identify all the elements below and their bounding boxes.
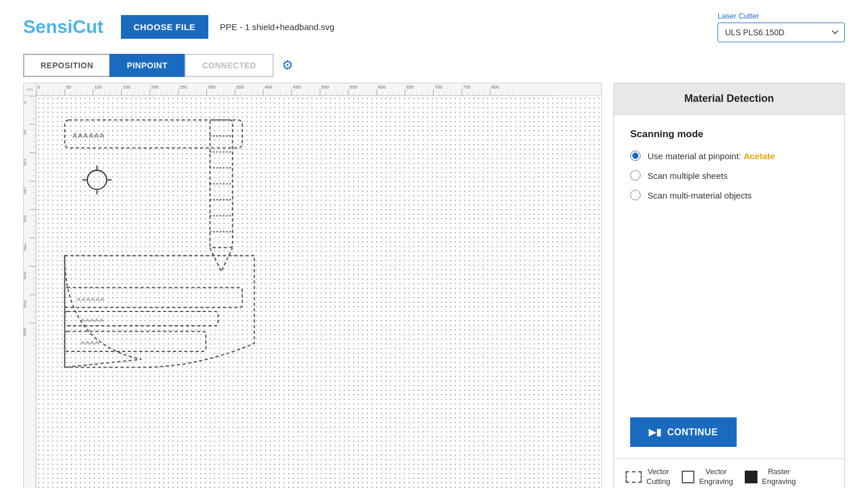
- svg-text:500: 500: [321, 85, 329, 90]
- vector-engraving-label: Vector Engraving: [699, 467, 733, 487]
- svg-text:0: 0: [38, 85, 41, 90]
- right-panel: Material Detection Scanning mode Use mat…: [613, 83, 845, 488]
- play-icon: ▶▮: [649, 427, 661, 438]
- ruler-mm-label: mm: [27, 87, 34, 91]
- main-layout: mm 0501001502002503003504004505005506006…: [0, 83, 868, 488]
- svg-text:600: 600: [378, 85, 386, 90]
- svg-text:300: 300: [208, 85, 216, 90]
- pinpoint-button[interactable]: PINPOINT: [109, 54, 185, 77]
- panel-title: Material Detection: [614, 83, 844, 115]
- svg-text:350: 350: [236, 85, 244, 90]
- svg-text:350: 350: [24, 300, 27, 308]
- radio-multimaterial[interactable]: [630, 190, 641, 200]
- choose-file-button[interactable]: CHOOSE FILE: [121, 15, 208, 39]
- legend-vector-engraving: Vector Engraving: [682, 467, 733, 487]
- laser-cutter-label: Laser Cutter: [718, 12, 845, 20]
- connected-button: CONNECTED: [185, 54, 273, 77]
- svg-text:0: 0: [24, 101, 27, 104]
- svg-text:750: 750: [463, 85, 471, 90]
- svg-text:200: 200: [24, 215, 27, 223]
- header: SensiCut CHOOSE FILE PPE - 1 shield+head…: [0, 0, 868, 54]
- legend-vector-cutting: Vector Cutting: [626, 467, 670, 487]
- canvas-area[interactable]: mm 0501001502002503003504004505005506006…: [23, 83, 602, 488]
- material-highlight: Acetate: [744, 151, 775, 161]
- legend-bar: Vector Cutting Vector Engraving Raster E…: [614, 458, 844, 488]
- panel-footer: ▶▮ CONTINUE: [614, 408, 844, 458]
- laser-cutter-select[interactable]: ULS PLS6.150D ULS PLS6.75D Epilog Fusion: [718, 23, 845, 42]
- crosshair-icon: [82, 166, 111, 195]
- raster-engraving-label: Raster Engraving: [762, 467, 796, 487]
- svg-text:50: 50: [24, 130, 27, 135]
- svg-text:250: 250: [24, 243, 27, 251]
- gear-icon: ⚙: [282, 58, 293, 72]
- ruler-left-svg: 050100150200250300350400: [24, 96, 36, 488]
- svg-text:A   A   A   A   A   A: A A A A A A: [77, 296, 105, 302]
- scanning-mode-title: Scanning mode: [630, 129, 828, 140]
- vector-cutting-icon: [626, 471, 642, 483]
- file-name-label: PPE - 1 shield+headband.svg: [220, 22, 334, 32]
- svg-text:300: 300: [24, 271, 27, 280]
- radio-pinpoint[interactable]: [630, 151, 641, 161]
- svg-text:400: 400: [24, 328, 27, 336]
- raster-engraving-icon: [745, 471, 757, 483]
- radio-label-multiple: Scan multiple sheets: [648, 171, 727, 181]
- design-svg: A A A A A A: [36, 96, 601, 488]
- reposition-button[interactable]: REPOSITION: [23, 54, 109, 77]
- radio-item-multiple[interactable]: Scan multiple sheets: [630, 170, 828, 181]
- canvas-content[interactable]: A A A A A A: [36, 96, 601, 488]
- svg-text:A  A  A  A  A  A: A A A A A A: [73, 132, 105, 139]
- ruler-top-svg: 0501001502002503003504004505005506006507…: [36, 83, 557, 96]
- svg-text:450: 450: [293, 85, 301, 90]
- svg-text:150: 150: [24, 186, 27, 195]
- svg-text:A  A  A  A: A A A A: [81, 339, 99, 346]
- vector-engraving-icon: [682, 471, 694, 483]
- laser-cutter-section: Laser Cutter ULS PLS6.150D ULS PLS6.75D …: [718, 12, 845, 42]
- app-logo: SensiCut: [23, 16, 104, 38]
- ruler-corner: mm: [24, 83, 36, 96]
- svg-text:250: 250: [179, 85, 187, 90]
- panel-body: Scanning mode Use material at pinpoint: …: [614, 115, 844, 408]
- radio-group: Use material at pinpoint: Acetate Scan m…: [630, 151, 828, 200]
- radio-item-pinpoint[interactable]: Use material at pinpoint: Acetate: [630, 151, 828, 161]
- svg-text:400: 400: [264, 85, 273, 90]
- svg-text:100: 100: [24, 158, 27, 166]
- gear-button[interactable]: ⚙: [282, 58, 293, 73]
- svg-text:50: 50: [66, 85, 71, 90]
- continue-label: CONTINUE: [667, 427, 718, 438]
- svg-point-174: [87, 170, 106, 189]
- svg-text:150: 150: [123, 85, 131, 90]
- legend-raster-engraving: Raster Engraving: [745, 467, 796, 487]
- continue-button[interactable]: ▶▮ CONTINUE: [630, 417, 737, 447]
- radio-label-pinpoint: Use material at pinpoint: Acetate: [648, 151, 775, 161]
- radio-multiple[interactable]: [630, 170, 641, 181]
- svg-text:A  A  A  A  A: A A A A A: [81, 317, 104, 323]
- svg-text:800: 800: [491, 85, 499, 90]
- nav-bar: REPOSITION PINPOINT CONNECTED ⚙: [0, 54, 868, 77]
- svg-text:700: 700: [435, 85, 443, 90]
- svg-text:100: 100: [94, 85, 102, 90]
- ruler-left: 050100150200250300350400: [24, 96, 36, 488]
- ruler-top: 0501001502002503003504004505005506006507…: [36, 83, 601, 96]
- radio-label-multimaterial: Scan multi-material objects: [648, 190, 752, 200]
- svg-text:200: 200: [151, 85, 159, 90]
- radio-item-multimaterial[interactable]: Scan multi-material objects: [630, 190, 828, 200]
- vector-cutting-label: Vector Cutting: [646, 467, 670, 487]
- svg-text:550: 550: [350, 85, 358, 90]
- svg-text:650: 650: [406, 85, 414, 90]
